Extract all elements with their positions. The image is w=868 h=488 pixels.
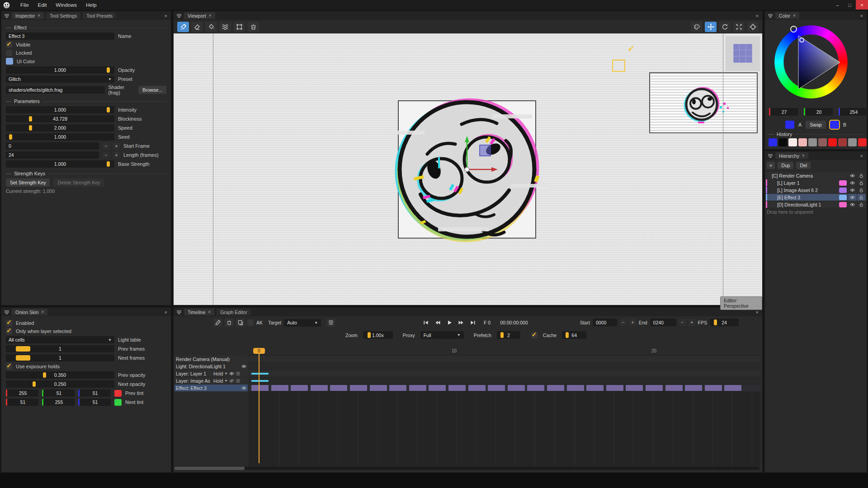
- panel-close-icon[interactable]: ×: [164, 310, 168, 315]
- timeline-frames-area[interactable]: 10 20 0: [249, 347, 760, 467]
- effect-frame-block[interactable]: [330, 385, 347, 391]
- tab-hierarchy[interactable]: Hierarchy×: [775, 152, 808, 159]
- effect-frame-block[interactable]: [311, 385, 328, 391]
- start-frame-field[interactable]: 0: [6, 142, 99, 150]
- light-table-dropdown[interactable]: All cells▼: [6, 336, 114, 343]
- effect-frame-block[interactable]: [350, 385, 367, 391]
- slider-knob-icon[interactable]: [566, 332, 569, 338]
- history-swatch[interactable]: [838, 138, 847, 146]
- eye-icon[interactable]: [848, 194, 857, 201]
- swap-colors-button[interactable]: Swap: [806, 121, 826, 129]
- start-field[interactable]: 0000: [593, 319, 617, 326]
- effect-frame-block[interactable]: [271, 385, 288, 391]
- prev-tint-swatch[interactable]: [114, 390, 122, 397]
- eye-icon[interactable]: [848, 179, 857, 186]
- eye-icon[interactable]: [241, 386, 246, 390]
- center-view-button[interactable]: [747, 22, 759, 32]
- effect-frame-block[interactable]: [606, 385, 623, 391]
- effect-frame-block[interactable]: [251, 385, 269, 391]
- prev-tint-b-field[interactable]: 51: [78, 389, 111, 397]
- delete-tool-button[interactable]: [247, 22, 259, 32]
- effect-frame-block[interactable]: [389, 385, 406, 391]
- layer-color-chip[interactable]: [839, 180, 847, 186]
- next-tint-g-field[interactable]: 255: [42, 399, 75, 406]
- slider-knob-icon[interactable]: [500, 332, 504, 338]
- slider-knob-icon[interactable]: [16, 355, 30, 361]
- fill-tool-button[interactable]: [205, 22, 217, 32]
- exposure-holds-checkbox[interactable]: [6, 363, 12, 370]
- delete-node-button[interactable]: Del: [796, 162, 811, 169]
- track-name-row[interactable]: Layer: Image AsHold▼: [175, 377, 248, 384]
- tab-close-icon[interactable]: ×: [208, 310, 211, 314]
- panel-close-icon[interactable]: ×: [755, 13, 760, 19]
- prev-opacity-slider[interactable]: 0.350: [6, 371, 114, 379]
- slider-knob-icon[interactable]: [29, 125, 32, 131]
- panel-menu-icon[interactable]: [768, 14, 773, 18]
- menu-help[interactable]: Help: [81, 1, 101, 9]
- effect-frame-block[interactable]: [508, 385, 525, 391]
- effect-frame-block[interactable]: [665, 385, 683, 391]
- menu-file[interactable]: File: [16, 1, 33, 9]
- stack-icon[interactable]: [236, 371, 241, 376]
- locked-checkbox[interactable]: [6, 50, 12, 56]
- next-opacity-slider[interactable]: 0.250: [6, 380, 114, 388]
- scrollbar-thumb[interactable]: [175, 467, 245, 470]
- effect-frame-block[interactable]: [429, 385, 446, 391]
- move-tool-button[interactable]: [705, 22, 717, 32]
- start-plus-button[interactable]: [629, 319, 636, 326]
- duplicate-node-button[interactable]: Dup: [778, 162, 793, 169]
- effect-frame-block[interactable]: [646, 385, 663, 391]
- history-swatch[interactable]: [848, 138, 857, 146]
- stack-icon[interactable]: [236, 379, 241, 383]
- hue-selector[interactable]: [790, 26, 797, 33]
- tab-graph-editor[interactable]: Graph Editor: [217, 309, 251, 315]
- layer-color-chip[interactable]: [839, 202, 847, 207]
- next-tint-r-field[interactable]: 51: [6, 399, 38, 406]
- enabled-checkbox[interactable]: [6, 320, 12, 326]
- length-plus-button[interactable]: [113, 152, 120, 159]
- tab-onion-skin[interactable]: Onion Skin×: [12, 309, 47, 315]
- stack-icon[interactable]: [326, 319, 335, 327]
- playhead-frame-badge[interactable]: 0: [253, 348, 265, 354]
- slider-knob-icon[interactable]: [107, 67, 110, 73]
- panel-close-icon[interactable]: ×: [859, 13, 864, 19]
- eye-icon[interactable]: [848, 201, 857, 208]
- shader-field[interactable]: shaders/effects/glitch.frag: [6, 86, 105, 94]
- history-swatch[interactable]: [818, 138, 827, 146]
- effect-frame-block[interactable]: [291, 385, 308, 391]
- next-frame-button[interactable]: [457, 319, 465, 327]
- panel-menu-icon[interactable]: [768, 154, 773, 158]
- go-to-end-button[interactable]: [468, 319, 477, 327]
- play-button[interactable]: [445, 319, 453, 327]
- layer-color-chip[interactable]: [839, 195, 847, 200]
- tab-close-icon[interactable]: ×: [209, 13, 212, 18]
- brush-tool-button[interactable]: [177, 22, 189, 32]
- slider-knob-icon[interactable]: [107, 161, 110, 167]
- effect-frame-block[interactable]: [448, 385, 466, 391]
- hierarchy-row[interactable]: [L] Layer 1: [766, 179, 866, 186]
- blue-value-field[interactable]: 254: [839, 108, 868, 116]
- effect-frame-block[interactable]: [409, 385, 426, 391]
- effect-frame-block[interactable]: [488, 385, 505, 391]
- prev-tint-g-field[interactable]: 51: [42, 389, 75, 397]
- panel-menu-icon[interactable]: [4, 14, 9, 18]
- timeline-scrollbar[interactable]: [175, 467, 760, 470]
- tab-close-icon[interactable]: ×: [38, 13, 40, 18]
- fit-view-button[interactable]: [733, 22, 745, 32]
- fps-field[interactable]: 24: [710, 319, 739, 326]
- slider-knob-icon[interactable]: [43, 372, 46, 378]
- lines-tool-button[interactable]: [219, 22, 231, 32]
- history-swatch[interactable]: [798, 138, 807, 146]
- prefetch-field[interactable]: 2: [497, 331, 520, 339]
- tab-timeline[interactable]: Timeline×: [184, 309, 214, 315]
- effect-frame-block[interactable]: [370, 385, 387, 391]
- saturation-selector[interactable]: [799, 38, 804, 42]
- playhead-line[interactable]: [259, 348, 259, 463]
- visible-checkbox[interactable]: [6, 42, 12, 48]
- panel-close-icon[interactable]: ×: [164, 13, 168, 19]
- track-name-row[interactable]: Effect: Effect 3: [175, 385, 248, 391]
- effect-frame-block[interactable]: [586, 385, 604, 391]
- lock-icon[interactable]: [857, 179, 866, 186]
- hierarchy-row[interactable]: [D] DirectionalLight 1: [766, 201, 866, 208]
- hierarchy-row[interactable]: [L] Image Asset 6 2: [766, 187, 866, 193]
